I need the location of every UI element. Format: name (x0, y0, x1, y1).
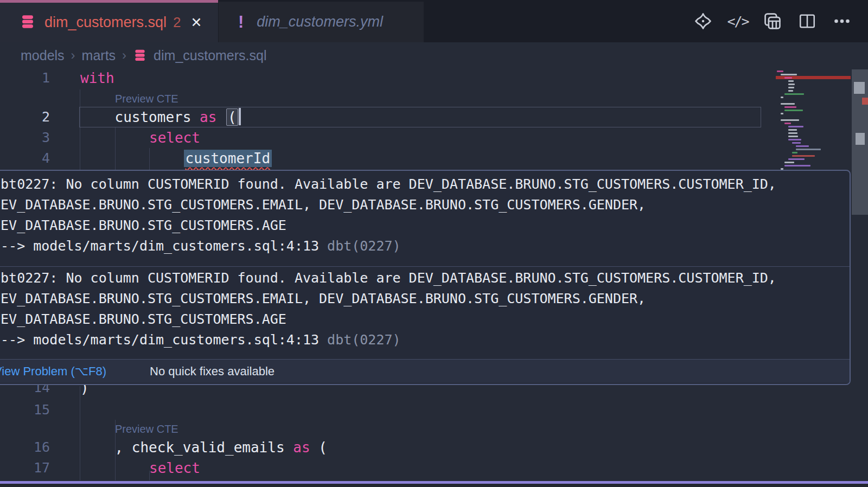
code-token: as (200, 109, 216, 125)
error-message-line: DEV_DATABASE.BRUNO.STG_CUSTOMERS.EMAIL, … (0, 195, 850, 215)
code-token: select (149, 130, 200, 146)
overview-ruler-mark (856, 133, 865, 145)
breadcrumb-item-marts[interactable]: marts (82, 48, 116, 63)
minimap-code-bar (792, 142, 801, 144)
line-number: 16 (0, 437, 50, 458)
codelens-preview-cte[interactable]: Preview CTE (115, 90, 178, 107)
minimap-code-bar (777, 71, 783, 72)
minimap-code-bar (788, 80, 794, 82)
codelens-preview-cte[interactable]: Preview CTE (115, 420, 178, 438)
warning-icon: ! (238, 12, 244, 32)
minimap-code-bar (788, 132, 797, 134)
overview-ruler-error-mark (862, 98, 868, 105)
code-line[interactable]: customers as ( (115, 107, 241, 127)
error-message-line: DEV_DATABASE.BRUNO.STG_CUSTOMERS.AGE (0, 309, 850, 330)
breadcrumb: models › marts › dim_customers.sql (21, 42, 267, 68)
minimap-code-bar (781, 119, 799, 121)
error-message-line: --> models/marts/dim_customers.sql:4:13 … (0, 330, 850, 350)
minimap-code-bar (781, 103, 795, 105)
tab-filename: dim_customers.yml (257, 14, 383, 30)
error-message-line: DEV_DATABASE.BRUNO.STG_CUSTOMERS.EMAIL, … (0, 289, 850, 309)
minimap-code-bar (788, 126, 803, 127)
database-icon (20, 14, 36, 32)
compiled-code-icon[interactable]: </> (727, 10, 749, 32)
editor-actions: </> (692, 0, 853, 42)
line-number: 3 (0, 127, 50, 148)
panel-below (0, 484, 868, 487)
error-token: customerId (184, 150, 272, 167)
indent-guide (149, 148, 150, 170)
error-message-line: DEV_DATABASE.BRUNO.STG_CUSTOMERS.AGE (0, 215, 850, 236)
tab-bar: dim_customers.sql 2 ✕ ! dim_customers.ym… (0, 0, 868, 42)
indent-guide (115, 127, 116, 170)
line-number: 15 (0, 400, 50, 420)
chevron-right-icon: › (71, 48, 75, 63)
breadcrumb-item-models[interactable]: models (21, 48, 65, 63)
error-code-ref[interactable]: dbt(0227) (327, 238, 400, 254)
error-message-line: --> models/marts/dim_customers.sql:4:13 … (0, 236, 850, 257)
line-number: 1 (0, 68, 50, 88)
minimap-code-bar (784, 162, 794, 163)
minimap-code-bar (781, 113, 783, 114)
code-line[interactable]: , check_valid_emails as ( (115, 437, 327, 458)
view-problem-link[interactable]: View Problem (⌥F8) (0, 364, 106, 379)
tab-dim-customers-sql[interactable]: dim_customers.sql 2 ✕ (0, 0, 218, 42)
code-token: ( (310, 439, 327, 456)
code-line[interactable]: select (149, 127, 200, 148)
minimap-code-bar (792, 152, 797, 153)
minimap-code-bar (788, 129, 797, 131)
minimap-code-bar (781, 97, 783, 98)
line-number: 2 (0, 107, 50, 127)
code-token: with (80, 70, 114, 86)
minimap-code-bar (788, 84, 795, 85)
code-token: as (293, 439, 310, 456)
dbt-power-user-icon[interactable] (692, 10, 714, 32)
code-token: customers (115, 109, 200, 125)
line-number: 17 (0, 458, 50, 478)
code-line[interactable]: customerId (184, 148, 272, 169)
text-cursor (239, 108, 241, 125)
chevron-right-icon: › (122, 48, 126, 63)
code-line[interactable]: select (149, 458, 200, 478)
error-message-block: dbt0227: No column CUSTOMERID found. Ava… (0, 267, 850, 360)
tab-filename: dim_customers.sql (44, 14, 167, 31)
line-number: 4 (0, 148, 50, 169)
minimap-code-bar (784, 106, 796, 108)
editor-window: dim_customers.sql 2 ✕ ! dim_customers.ym… (0, 0, 868, 487)
overview-ruler-mark (854, 82, 865, 94)
code-line[interactable]: with (80, 68, 114, 88)
minimap-code-bar (788, 158, 805, 160)
minimap-code-bar (784, 77, 792, 79)
minimap-code-bar (781, 74, 797, 75)
code-token: ( (226, 108, 238, 126)
minimap-code-bar (796, 149, 821, 150)
no-quick-fixes-text: No quick fixes available (150, 364, 275, 379)
code-token (216, 109, 225, 125)
minimap-code-bar (788, 87, 794, 88)
minimap-code-bar (788, 139, 801, 140)
query-results-icon[interactable] (762, 10, 783, 32)
minimap-code-bar (788, 90, 793, 92)
minimap-code-bar (796, 145, 809, 147)
minimap-code-bar (784, 123, 791, 124)
minimap-code-bar (784, 110, 803, 111)
error-hover-panel: dbt0227: No column CUSTOMERID found. Ava… (0, 170, 851, 385)
code-token: , check_valid_emails (115, 439, 293, 456)
error-message-line: dbt0227: No column CUSTOMERID found. Ava… (0, 174, 850, 195)
error-code-ref[interactable]: dbt(0227) (327, 332, 400, 348)
minimap-code-bar (784, 93, 804, 95)
minimap-code-bar (788, 136, 798, 137)
tab-dim-customers-yml[interactable]: ! dim_customers.yml (219, 2, 424, 42)
minimap-code-bar (784, 165, 810, 166)
database-icon (133, 48, 147, 62)
more-actions-icon[interactable] (831, 10, 853, 32)
split-editor-icon[interactable] (796, 10, 818, 32)
breadcrumb-item-file[interactable]: dim_customers.sql (154, 48, 266, 63)
indent-guide (80, 386, 80, 480)
close-icon[interactable]: ✕ (191, 15, 202, 30)
tab-problem-count-badge: 2 (173, 14, 181, 31)
hover-status-bar: View Problem (⌥F8) No quick fixes availa… (0, 360, 850, 383)
indent-guide (80, 89, 80, 170)
error-message-block: dbt0227: No column CUSTOMERID found. Ava… (0, 171, 850, 267)
code-token: select (149, 460, 200, 476)
